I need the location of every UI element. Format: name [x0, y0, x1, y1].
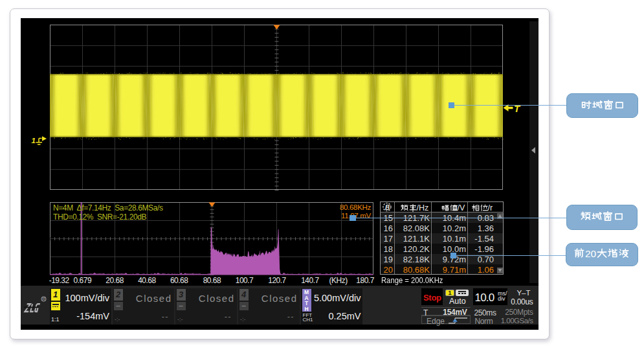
svg-text:B: B — [385, 204, 390, 211]
svg-text:1: 1 — [32, 137, 36, 144]
svg-text:R: R — [42, 297, 45, 301]
